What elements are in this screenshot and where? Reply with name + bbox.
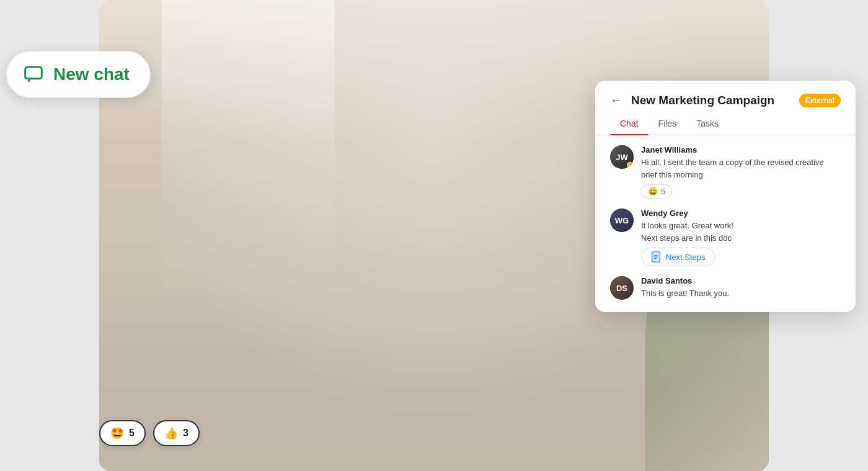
- message-content-janet: Janet Williams Hi all, I sent the team a…: [641, 145, 841, 199]
- message-text-wendy: It looks great. Great work!Next steps ar…: [641, 220, 841, 244]
- reaction-badge-count-1: 5: [129, 428, 135, 439]
- thumbsup-emoji: 👍: [164, 426, 178, 440]
- reaction-badge-star-eyes[interactable]: 🤩 5: [99, 420, 146, 446]
- document-icon: [650, 251, 662, 262]
- back-button[interactable]: ←: [610, 93, 622, 107]
- new-chat-pill[interactable]: New chat: [6, 51, 151, 98]
- avatar-janet: JW: [610, 145, 634, 169]
- reaction-badge-thumbsup[interactable]: 👍 3: [153, 420, 200, 446]
- message-content-wendy: Wendy Grey It looks great. Great work!Ne…: [641, 209, 841, 266]
- new-chat-label: New chat: [53, 65, 130, 84]
- tab-tasks[interactable]: Tasks: [686, 112, 728, 135]
- chat-panel: ← New Marketing Campaign External Chat F…: [595, 81, 856, 312]
- message-name-janet: Janet Williams: [641, 145, 841, 155]
- main-container: New chat ← New Marketing Campaign Extern…: [0, 0, 868, 471]
- star-eyes-emoji: 🤩: [110, 426, 124, 440]
- message-item: DS David Santos This is great! Thank you…: [610, 276, 841, 300]
- avatar-wendy: WG: [610, 209, 634, 232]
- chat-panel-title: New Marketing Campaign: [631, 94, 793, 107]
- message-text-janet: Hi all, I sent the team a copy of the re…: [641, 156, 841, 181]
- external-badge: External: [799, 94, 841, 107]
- message-item: WG Wendy Grey It looks great. Great work…: [610, 209, 841, 266]
- avatar-david: DS: [610, 276, 634, 300]
- next-steps-doc-link[interactable]: Next Steps: [641, 248, 715, 266]
- reaction-badge-count-2: 3: [183, 428, 188, 439]
- reaction-pill-janet[interactable]: 😀 5: [641, 184, 672, 199]
- reaction-count-janet: 5: [661, 187, 665, 196]
- reaction-badges: 🤩 5 👍 3: [99, 420, 200, 446]
- chat-messages: JW Janet Williams Hi all, I sent the tea…: [595, 135, 856, 300]
- message-name-david: David Santos: [641, 276, 841, 285]
- reaction-emoji-janet: 😀: [648, 187, 658, 196]
- message-content-david: David Santos This is great! Thank you.: [641, 276, 841, 300]
- tab-chat[interactable]: Chat: [610, 112, 649, 135]
- chat-panel-header: ← New Marketing Campaign External: [595, 81, 856, 107]
- chat-tabs: Chat Files Tasks: [595, 112, 856, 135]
- message-text-david: This is great! Thank you.: [641, 287, 841, 300]
- svg-rect-0: [25, 67, 42, 79]
- message-name-wendy: Wendy Grey: [641, 209, 841, 218]
- chat-bubble-icon: [22, 63, 45, 86]
- message-item: JW Janet Williams Hi all, I sent the tea…: [610, 145, 841, 199]
- tab-files[interactable]: Files: [649, 112, 687, 135]
- next-steps-label: Next Steps: [666, 253, 706, 262]
